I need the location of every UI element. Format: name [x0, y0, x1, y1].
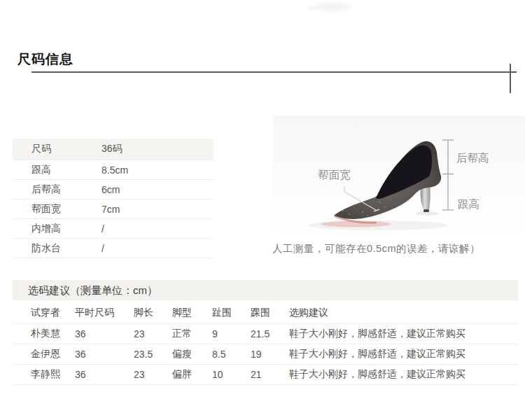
table-cell: 36 — [75, 369, 134, 380]
spec-value: / — [102, 223, 214, 234]
table-row: 防水台 / — [13, 239, 214, 258]
table-row: 帮面宽 7cm — [13, 200, 214, 219]
table-cell: 偏瘦 — [172, 348, 212, 360]
table-row: 尺码 36码 — [13, 139, 214, 160]
table-cell: 李静熙 — [13, 368, 75, 381]
photo-remnant-smudge — [315, 3, 350, 11]
table-cell: 19 — [251, 349, 289, 360]
table-cell: 鞋子大小刚好，脚感舒适，建议正常购买 — [289, 348, 518, 360]
table-cell: 23.5 — [134, 349, 172, 360]
spec-label: 后帮高 — [31, 183, 102, 196]
title-underline — [31, 71, 517, 73]
table-header-row: 试穿者 平时尺码 脚长 脚型 趾围 踝围 选购建议 — [13, 302, 518, 324]
size-advice-table: 试穿者 平时尺码 脚长 脚型 趾围 踝围 选购建议 朴美慧 36 23 正常 9… — [13, 302, 518, 385]
photo-remnant-smudge — [307, 6, 316, 10]
heel-height-label: 跟高 — [458, 198, 479, 210]
table-cell: 23 — [134, 328, 172, 340]
table-cell: 21.5 — [251, 328, 289, 340]
table-cell: 朴美慧 — [13, 328, 75, 340]
spec-value: 36码 — [102, 143, 214, 155]
table-row: 朴美慧 36 23 正常 9 21.5 鞋子大小刚好，脚感舒适，建议正常购买 — [13, 324, 518, 344]
table-cell: 偏胖 — [172, 368, 212, 381]
column-header: 踝围 — [251, 307, 289, 319]
table-cell: 10 — [212, 369, 251, 380]
column-header: 试穿者 — [13, 307, 75, 319]
spec-label: 跟高 — [31, 164, 102, 176]
table-row: 后帮高 6cm — [13, 180, 214, 200]
table-row: 金伊恩 36 23.5 偏瘦 8.5 19 鞋子大小刚好，脚感舒适，建议正常购买 — [13, 344, 518, 365]
table-cell: 21 — [251, 369, 289, 380]
spec-label: 帮面宽 — [31, 203, 102, 216]
size-spec-table: 尺码 36码 跟高 8.5cm 后帮高 6cm 帮面宽 7cm 内增高 / 防水… — [13, 139, 214, 258]
measurement-disclaimer: （人工测量，可能存在0.5cm的误差，请谅解） — [273, 243, 480, 254]
upper-width-label: 帮面宽 — [318, 169, 351, 181]
table-cell: 36 — [75, 328, 134, 340]
spec-value: / — [102, 243, 214, 254]
table-cell: 正常 — [172, 328, 212, 340]
column-header: 选购建议 — [289, 307, 518, 319]
column-header: 脚长 — [134, 307, 172, 319]
table-cell: 9 — [212, 328, 251, 340]
spec-label: 尺码 — [31, 143, 102, 155]
table-cell: 鞋子大小刚好，脚感舒适，建议正常购买 — [289, 368, 518, 381]
column-header: 平时尺码 — [75, 307, 134, 319]
spec-label: 内增高 — [31, 223, 102, 235]
table-row: 跟高 8.5cm — [13, 160, 214, 180]
table-row: 内增高 / — [13, 219, 214, 239]
page-title: 尺码信息 — [18, 50, 74, 69]
table-cell: 23 — [134, 369, 172, 380]
spec-value: 7cm — [102, 204, 214, 215]
heel-tip — [424, 209, 429, 212]
title-crossmark — [510, 64, 511, 93]
column-header: 趾围 — [212, 307, 251, 319]
table-row: 李静熙 36 23 偏胖 10 21 鞋子大小刚好，脚感舒适，建议正常购买 — [13, 365, 518, 385]
spec-value: 6cm — [102, 184, 214, 195]
spec-label: 防水台 — [31, 242, 102, 255]
table-cell: 金伊恩 — [13, 348, 75, 360]
table-cell: 36 — [75, 349, 134, 360]
table-cell: 鞋子大小刚好，脚感舒适，建议正常购买 — [289, 328, 518, 340]
shoe-measurement-figure: 帮面宽 后帮高 跟高 （人工测量，可能存在0.5cm的误差，请谅解） — [273, 105, 525, 255]
column-header: 脚型 — [172, 307, 212, 319]
advice-section-header: 选码建议（测量单位：cm） — [13, 280, 518, 300]
spec-value: 8.5cm — [102, 164, 214, 176]
table-cell: 8.5 — [212, 349, 251, 360]
back-height-label: 后帮高 — [456, 152, 489, 164]
